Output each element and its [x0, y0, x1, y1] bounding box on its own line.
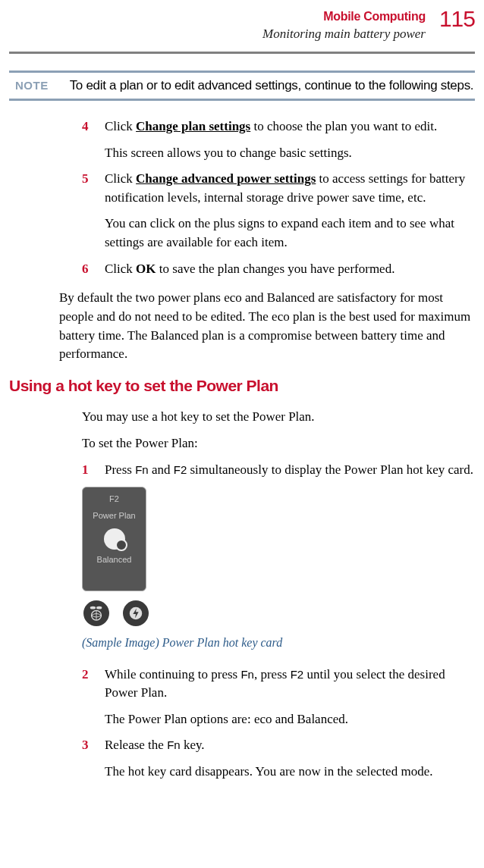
key: Fn [167, 738, 181, 751]
text: and [149, 462, 174, 477]
step-number: 3 [82, 736, 105, 781]
hotkey-card-illustration: F2 Power Plan Balanced [82, 487, 146, 591]
key: Fn [240, 668, 254, 681]
step-para: Click OK to save the plan changes you ha… [105, 260, 475, 279]
step-para: Click Change advanced power settings to … [105, 170, 475, 207]
page-header: Mobile Computing Monitoring main battery… [9, 8, 475, 44]
text: While continuing to press [105, 667, 240, 682]
section-title: Monitoring main battery power [262, 25, 426, 44]
text: to save the plan changes you have perfor… [156, 262, 395, 276]
page-number: 115 [439, 8, 475, 30]
step-number: 2 [82, 666, 105, 729]
text: Click [105, 119, 136, 133]
step-para: Release the Fn key. [105, 736, 475, 755]
card-key: F2 [109, 494, 119, 506]
power-bolt-icon [123, 600, 149, 626]
step-1: 1 Press Fn and F2 simultaneously to disp… [82, 461, 475, 480]
chapter-title: Mobile Computing [262, 8, 426, 25]
body-paragraph: By default the two power plans eco and B… [59, 289, 475, 364]
key: F2 [174, 463, 187, 476]
step-body: Click OK to save the plan changes you ha… [105, 260, 475, 279]
step-body: While continuing to press Fn, press F2 u… [105, 666, 475, 729]
eco-globe-icon [83, 600, 109, 626]
step-number: 1 [82, 461, 105, 480]
step-4: 4 Click Change plan settings to choose t… [82, 118, 475, 162]
step-body: Click Change plan settings to choose the… [105, 118, 475, 162]
text: Press [105, 462, 135, 477]
intro-para: You may use a hot key to set the Power P… [82, 408, 475, 427]
step-3: 3 Release the Fn key. The hot key card d… [82, 736, 475, 781]
step-para: The hot key card disappears. You are now… [105, 763, 475, 782]
note-text: To edit a plan or to edit advanced setti… [70, 77, 474, 94]
ui-action: OK [136, 262, 156, 276]
ui-action: Change plan settings [136, 119, 250, 133]
step-body: Press Fn and F2 simultaneously to displa… [105, 461, 475, 480]
text: key. [181, 738, 205, 752]
ui-action: Change advanced power settings [136, 171, 316, 186]
step-para: Press Fn and F2 simultaneously to displa… [105, 461, 475, 480]
text: simultaneously to display the Power Plan… [187, 462, 473, 477]
step-para: This screen allows you to change basic s… [105, 144, 475, 163]
header-titles: Mobile Computing Monitoring main battery… [262, 8, 426, 44]
step-para: The Power Plan options are: eco and Bala… [105, 710, 475, 729]
mini-icons-row [82, 600, 475, 626]
note-label: NOTE [9, 77, 49, 94]
intro-para: To set the Power Plan: [82, 434, 475, 453]
heading-hotkey: Using a hot key to set the Power Plan [9, 374, 475, 397]
step-para: While continuing to press Fn, press F2 u… [105, 666, 475, 703]
hotkey-section: You may use a hot key to set the Power P… [82, 408, 475, 781]
step-number: 5 [82, 170, 105, 252]
balanced-icon [104, 528, 125, 550]
step-body: Click Change advanced power settings to … [105, 170, 475, 252]
card-mode: Balanced [97, 554, 132, 566]
step-number: 4 [82, 118, 105, 162]
step-6: 6 Click OK to save the plan changes you … [82, 260, 475, 279]
image-caption: (Sample Image) Power Plan hot key card [82, 634, 475, 651]
key: F2 [291, 668, 304, 681]
step-5: 5 Click Change advanced power settings t… [82, 170, 475, 252]
key: Fn [135, 463, 149, 476]
header-rule [9, 52, 475, 54]
steps-first-group: 4 Click Change plan settings to choose t… [82, 118, 475, 278]
svg-point-1 [96, 606, 102, 609]
step-number: 6 [82, 260, 105, 279]
card-title: Power Plan [93, 510, 135, 522]
note-box: NOTE To edit a plan or to edit advanced … [9, 71, 475, 101]
step-para: Click Change plan settings to choose the… [105, 118, 475, 136]
text: Release the [105, 738, 167, 752]
step-para: You can click on the plus signs to expan… [105, 215, 475, 252]
text: , press [254, 667, 291, 682]
text: to choose the plan you want to edit. [250, 119, 437, 133]
text: Click [105, 171, 136, 186]
svg-point-0 [90, 606, 96, 609]
step-body: Release the Fn key. The hot key card dis… [105, 736, 475, 781]
step-2: 2 While continuing to press Fn, press F2… [82, 666, 475, 729]
text: Click [105, 262, 136, 276]
